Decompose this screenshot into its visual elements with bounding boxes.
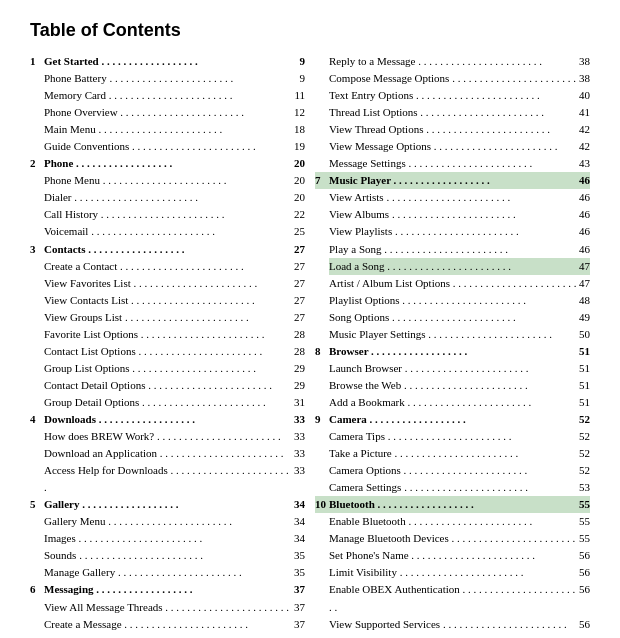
- sub-title: Playlist Options . . . . . . . . . . . .…: [329, 292, 577, 309]
- sub-entry: Set Phone's Name . . . . . . . . . . . .…: [329, 547, 590, 564]
- sub-page: 48: [579, 292, 590, 309]
- sub-page: 46: [579, 206, 590, 223]
- sub-entry: Limit Visibility . . . . . . . . . . . .…: [329, 564, 590, 581]
- sub-entry: Song Options . . . . . . . . . . . . . .…: [329, 309, 590, 326]
- section-entry: 7Music Player . . . . . . . . . . . . . …: [315, 172, 590, 189]
- sub-page: 42: [579, 138, 590, 155]
- sub-page: 38: [579, 53, 590, 70]
- sub-title: Artist / Album List Options . . . . . . …: [329, 275, 577, 292]
- sub-page: 46: [579, 223, 590, 240]
- sub-page: 29: [294, 360, 305, 377]
- sub-page: 51: [579, 394, 590, 411]
- section-number: 9: [315, 411, 329, 428]
- sub-entry: Add a Bookmark . . . . . . . . . . . . .…: [329, 394, 590, 411]
- sub-entry: Gallery Menu . . . . . . . . . . . . . .…: [44, 513, 305, 530]
- sub-entry: Camera Options . . . . . . . . . . . . .…: [329, 462, 590, 479]
- section-title: Gallery . . . . . . . . . . . . . . . . …: [44, 496, 292, 513]
- sub-page: 31: [294, 394, 305, 411]
- sub-title: Main Menu . . . . . . . . . . . . . . . …: [44, 121, 292, 138]
- sub-entry: How does BREW Work? . . . . . . . . . . …: [44, 428, 305, 445]
- sub-title: Voicemail . . . . . . . . . . . . . . . …: [44, 223, 292, 240]
- sub-title: Play a Song . . . . . . . . . . . . . . …: [329, 241, 577, 258]
- sub-page: 19: [294, 138, 305, 155]
- section-title: Contacts . . . . . . . . . . . . . . . .…: [44, 241, 292, 258]
- sub-page: 33: [294, 428, 305, 445]
- sub-title: Compose Message Options . . . . . . . . …: [329, 70, 577, 87]
- sub-entry: Play a Song . . . . . . . . . . . . . . …: [329, 241, 590, 258]
- section-number: 3: [30, 241, 44, 258]
- sub-page: 55: [579, 513, 590, 530]
- sub-title: Access Help for Downloads . . . . . . . …: [44, 462, 292, 496]
- sub-title: Enable OBEX Authentication . . . . . . .…: [329, 581, 577, 615]
- sub-title: Group List Options . . . . . . . . . . .…: [44, 360, 292, 377]
- sub-entry: Launch Browser . . . . . . . . . . . . .…: [329, 360, 590, 377]
- sub-entry: Camera Tips . . . . . . . . . . . . . . …: [329, 428, 590, 445]
- section-number: 5: [30, 496, 44, 513]
- section-title: Bluetooth . . . . . . . . . . . . . . . …: [329, 496, 577, 513]
- sub-title: Browse the Web . . . . . . . . . . . . .…: [329, 377, 577, 394]
- sub-entry: Call History . . . . . . . . . . . . . .…: [44, 206, 305, 223]
- sub-entry: Contact Detail Options . . . . . . . . .…: [44, 377, 305, 394]
- section-page: 52: [579, 411, 590, 428]
- sub-entry: Images . . . . . . . . . . . . . . . . .…: [44, 530, 305, 547]
- section-title: Camera . . . . . . . . . . . . . . . . .…: [329, 411, 577, 428]
- section-title: Get Started . . . . . . . . . . . . . . …: [44, 53, 298, 70]
- section-title: Downloads . . . . . . . . . . . . . . . …: [44, 411, 292, 428]
- sub-title: Contact Detail Options . . . . . . . . .…: [44, 377, 292, 394]
- sub-page: 11: [294, 87, 305, 104]
- section-page: 9: [300, 53, 306, 70]
- sub-page: 27: [294, 309, 305, 326]
- sub-entry: View Playlists . . . . . . . . . . . . .…: [329, 223, 590, 240]
- sub-title: Guide Conventions . . . . . . . . . . . …: [44, 138, 292, 155]
- sub-page: 52: [579, 462, 590, 479]
- sub-entry: View Favorites List . . . . . . . . . . …: [44, 275, 305, 292]
- sub-page: 34: [294, 530, 305, 547]
- sub-title: Camera Tips . . . . . . . . . . . . . . …: [329, 428, 577, 445]
- section-title: Phone . . . . . . . . . . . . . . . . . …: [44, 155, 292, 172]
- sub-entry: Voicemail . . . . . . . . . . . . . . . …: [44, 223, 305, 240]
- toc-container: 1Get Started . . . . . . . . . . . . . .…: [30, 53, 590, 633]
- section-title: Messaging . . . . . . . . . . . . . . . …: [44, 581, 292, 598]
- sub-page: 35: [294, 564, 305, 581]
- sub-entry: View Albums . . . . . . . . . . . . . . …: [329, 206, 590, 223]
- sub-title: View Message Options . . . . . . . . . .…: [329, 138, 577, 155]
- section-entry: 5Gallery . . . . . . . . . . . . . . . .…: [30, 496, 305, 513]
- sub-title: Memory Card . . . . . . . . . . . . . . …: [44, 87, 292, 104]
- sub-entry: Favorite List Options . . . . . . . . . …: [44, 326, 305, 343]
- sub-page: 56: [579, 547, 590, 564]
- sub-entry: Dialer . . . . . . . . . . . . . . . . .…: [44, 189, 305, 206]
- sub-page: 52: [579, 428, 590, 445]
- sub-title: Limit Visibility . . . . . . . . . . . .…: [329, 564, 577, 581]
- sub-title: Call History . . . . . . . . . . . . . .…: [44, 206, 292, 223]
- sub-entry: Message Settings . . . . . . . . . . . .…: [329, 155, 590, 172]
- sub-page: 37: [294, 616, 305, 633]
- sub-entry: View Supported Services . . . . . . . . …: [329, 616, 590, 633]
- section-number: 7: [315, 172, 329, 189]
- section-number: 8: [315, 343, 329, 360]
- sub-page: 18: [294, 121, 305, 138]
- sub-page: 56: [579, 616, 590, 633]
- sub-entry: Reply to a Message . . . . . . . . . . .…: [329, 53, 590, 70]
- sub-page: 46: [579, 189, 590, 206]
- sub-title: View Favorites List . . . . . . . . . . …: [44, 275, 292, 292]
- sub-title: Group Detail Options . . . . . . . . . .…: [44, 394, 292, 411]
- section-page: 55: [579, 496, 590, 513]
- sub-title: Reply to a Message . . . . . . . . . . .…: [329, 53, 577, 70]
- sub-title: Contact List Options . . . . . . . . . .…: [44, 343, 292, 360]
- section-entry: 1Get Started . . . . . . . . . . . . . .…: [30, 53, 305, 70]
- sub-page: 49: [579, 309, 590, 326]
- sub-page: 12: [294, 104, 305, 121]
- sub-title: Load a Song . . . . . . . . . . . . . . …: [329, 258, 577, 275]
- sub-entry: Compose Message Options . . . . . . . . …: [329, 70, 590, 87]
- section-entry: 8Browser . . . . . . . . . . . . . . . .…: [315, 343, 590, 360]
- sub-title: Phone Battery . . . . . . . . . . . . . …: [44, 70, 298, 87]
- sub-entry: Memory Card . . . . . . . . . . . . . . …: [44, 87, 305, 104]
- section-number: 6: [30, 581, 44, 598]
- sub-entry: Phone Overview . . . . . . . . . . . . .…: [44, 104, 305, 121]
- sub-page: 47: [579, 258, 590, 275]
- sub-page: 27: [294, 275, 305, 292]
- sub-title: View Albums . . . . . . . . . . . . . . …: [329, 206, 577, 223]
- sub-entry: Group Detail Options . . . . . . . . . .…: [44, 394, 305, 411]
- sub-page: 43: [579, 155, 590, 172]
- sub-title: Set Phone's Name . . . . . . . . . . . .…: [329, 547, 577, 564]
